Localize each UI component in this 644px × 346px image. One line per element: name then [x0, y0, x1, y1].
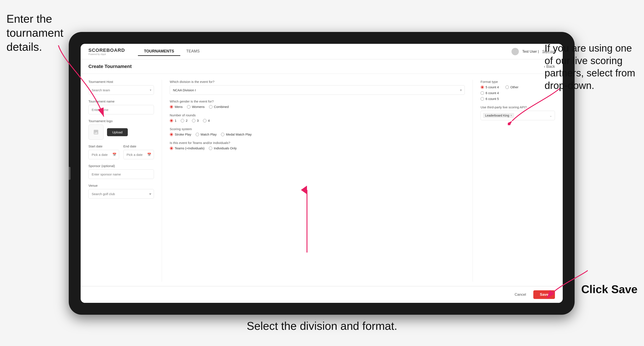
format-group: Format type 5 count 4 Other — [480, 80, 555, 101]
format-6count4-label: 6 count 4 — [486, 91, 499, 95]
tab-tournaments[interactable]: TOURNAMENTS — [138, 47, 180, 56]
teams-label: Is this event for Teams and/or Individua… — [170, 141, 465, 145]
rounds-3[interactable]: 3 — [192, 119, 199, 122]
date-row: Start date 📅 End date 📅 — [88, 144, 154, 159]
name-input[interactable] — [88, 105, 154, 114]
name-label: Tournament name — [88, 100, 154, 103]
venue-label: Venue — [88, 184, 154, 187]
format-6count5[interactable]: 6 count 5 — [480, 97, 555, 101]
division-select[interactable]: NCAA Division I — [170, 85, 465, 95]
scoring-medal-label: Medal Match Play — [226, 133, 252, 136]
scoring-stroke[interactable]: Stroke Play — [170, 133, 191, 136]
teams-individuals-radio[interactable] — [209, 147, 212, 150]
format-other-radio[interactable] — [506, 85, 509, 89]
rounds-group: Number of rounds 1 2 3 — [170, 113, 465, 122]
upload-button[interactable]: Upload — [107, 128, 128, 136]
page-header: Create Tournament Back — [81, 59, 563, 74]
gender-combined[interactable]: Combined — [209, 105, 229, 109]
scoring-medal[interactable]: Medal Match Play — [221, 133, 252, 136]
scoring-match-label: Match Play — [200, 133, 216, 136]
tablet-screen: SCOREBOARD Powered by clippit TOURNAMENT… — [81, 44, 563, 303]
end-date-label: End date — [124, 144, 154, 148]
rounds-4-label: 4 — [208, 119, 210, 122]
tab-teams[interactable]: TEAMS — [180, 47, 206, 56]
format-other-label: Other — [510, 85, 518, 89]
tournament-name-group: Tournament name — [88, 100, 154, 114]
tag-expand-button[interactable]: ⌄ — [549, 113, 552, 118]
annotation-top-left: Enter the tournament details. — [6, 12, 80, 54]
rounds-1-label: 1 — [175, 119, 176, 122]
scoring-match-radio[interactable] — [196, 133, 199, 136]
format-label: Format type — [480, 80, 555, 84]
venue-input-wrapper: ▾ — [88, 189, 154, 198]
top-nav: SCOREBOARD Powered by clippit TOURNAMENT… — [81, 44, 563, 59]
rounds-1[interactable]: 1 — [170, 119, 176, 122]
search-icon: ▾ — [150, 88, 151, 92]
sponsor-group: Sponsor (optional) — [88, 164, 154, 179]
rounds-1-radio[interactable] — [170, 119, 173, 122]
logo-sub: Powered by clippit — [88, 53, 125, 55]
gender-combined-label: Combined — [214, 105, 229, 109]
start-date-input-wrapper: 📅 — [88, 150, 119, 159]
save-label-bold: Save — [611, 283, 638, 296]
scoring-stroke-label: Stroke Play — [175, 133, 191, 136]
gender-womens[interactable]: Womens — [187, 105, 205, 109]
venue-group: Venue ▾ — [88, 184, 154, 198]
format-options: 5 count 4 Other 6 count 4 — [480, 85, 555, 101]
live-scoring-tag-input[interactable]: Leaderboard King × ⌄ — [480, 111, 555, 120]
nav-tabs: TOURNAMENTS TEAMS — [138, 47, 512, 56]
host-input[interactable] — [88, 85, 154, 95]
logo-title: SCOREBOARD — [88, 47, 125, 53]
division-select-wrapper: NCAA Division I — [170, 85, 465, 95]
rounds-4[interactable]: 4 — [203, 119, 210, 122]
scoring-stroke-radio[interactable] — [170, 133, 173, 136]
format-other[interactable]: Other — [506, 85, 518, 89]
save-button[interactable]: Save — [533, 290, 555, 299]
division-group: Which division is the event for? NCAA Di… — [170, 80, 465, 95]
host-label: Tournament Host — [88, 80, 154, 84]
form-footer: Cancel Save — [81, 286, 563, 303]
gender-label: Which gender is the event for? — [170, 100, 465, 103]
scoring-medal-radio[interactable] — [221, 133, 224, 136]
format-5count4-radio[interactable] — [480, 85, 484, 89]
annotation-bottom-right: Click Save — [581, 282, 638, 296]
sponsor-input[interactable] — [88, 170, 154, 179]
gender-mens-label: Mens — [175, 105, 183, 109]
click-label: Click — [581, 283, 611, 296]
format-6count5-radio[interactable] — [480, 97, 484, 101]
mid-column: Which division is the event for? NCAA Di… — [162, 80, 473, 282]
tag-close-icon[interactable]: × — [510, 114, 512, 117]
scoring-group: Scoring system Stroke Play Match Play — [170, 127, 465, 136]
teams-teams-radio[interactable] — [170, 147, 173, 150]
right-column: Format type 5 count 4 Other — [473, 80, 555, 282]
cancel-button[interactable]: Cancel — [510, 290, 530, 299]
scoring-label: Scoring system — [170, 127, 465, 131]
format-5count4[interactable]: 5 count 4 — [480, 85, 499, 89]
teams-teams[interactable]: Teams (+Individuals) — [170, 146, 204, 150]
left-column: Tournament Host ▾ Tournament name Tourna… — [88, 80, 162, 282]
format-6count4-radio[interactable] — [480, 91, 484, 95]
format-6count4[interactable]: 6 count 4 — [480, 91, 555, 95]
venue-input[interactable] — [88, 189, 154, 198]
rounds-3-label: 3 — [197, 119, 199, 122]
rounds-2[interactable]: 2 — [181, 119, 188, 122]
teams-group: Is this event for Teams and/or Individua… — [170, 141, 465, 150]
gender-mens-radio[interactable] — [170, 105, 173, 109]
scoring-match[interactable]: Match Play — [196, 133, 216, 136]
gender-mens[interactable]: Mens — [170, 105, 183, 109]
tag-label: Leaderboard King — [485, 114, 509, 117]
rounds-3-radio[interactable] — [192, 119, 196, 122]
division-label: Which division is the event for? — [170, 80, 465, 84]
end-date-input-wrapper: 📅 — [124, 150, 154, 159]
logo-area: Upload — [88, 125, 154, 140]
teams-individuals[interactable]: Individuals Only — [209, 146, 237, 150]
format-row-1: 5 count 4 Other — [480, 85, 555, 89]
gender-combined-radio[interactable] — [209, 105, 212, 109]
format-5count4-label: 5 count 4 — [486, 85, 499, 89]
sponsor-label: Sponsor (optional) — [88, 164, 154, 168]
rounds-2-radio[interactable] — [181, 119, 184, 122]
image-icon — [93, 129, 99, 135]
gender-womens-radio[interactable] — [187, 105, 190, 109]
rounds-4-radio[interactable] — [203, 119, 206, 122]
tournament-logo-group: Tournament logo Upload — [88, 119, 154, 140]
